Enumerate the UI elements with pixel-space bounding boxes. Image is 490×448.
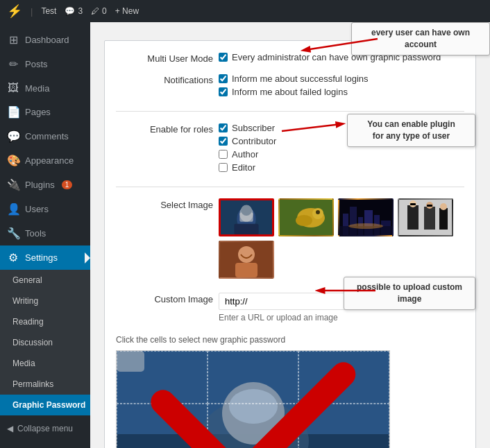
media-icon: 🖼 — [7, 82, 19, 94]
pages-icon: 📄 — [7, 105, 19, 119]
role-contributor-label: Contributor — [232, 136, 276, 146]
svg-point-31 — [440, 203, 447, 210]
woman-svg — [220, 242, 273, 277]
notifications-row: Notifications Inform me about successful… — [116, 74, 464, 100]
users-icon: 👤 — [7, 203, 19, 216]
sidebar-item-comments[interactable]: 💬 Comments — [0, 124, 90, 148]
notifications-label: Notifications — [116, 74, 213, 85]
enable-roles-label: Enable for roles — [116, 123, 213, 135]
sidebar-item-discussion[interactable]: Discussion — [0, 332, 90, 353]
preview-image[interactable] — [116, 350, 390, 448]
notifications-fields: Inform me about successful logins Inform… — [219, 74, 464, 100]
select-image-row: Select Image — [116, 198, 464, 284]
notify-failed-checkbox[interactable] — [219, 87, 228, 96]
role-contributor-checkbox[interactable] — [219, 137, 228, 146]
notify-failed-label: Inform me about failed logins — [232, 87, 348, 97]
section-divider-1 — [116, 111, 464, 112]
settings-icon: ⚙ — [7, 251, 19, 264]
sidebar-item-pages[interactable]: 📄 Pages — [0, 100, 90, 124]
svg-rect-28 — [424, 207, 435, 230]
plugins-badge: 1 — [62, 180, 73, 189]
sidebar-item-tools[interactable]: 🔧 Tools — [0, 221, 90, 245]
sidebar-item-users[interactable]: 👤 Users — [0, 197, 90, 221]
plugins-icon: 🔌 — [7, 178, 19, 191]
role-author-row: Author — [219, 149, 464, 160]
dashboard-icon: ⊞ — [7, 33, 19, 46]
sidebar-item-posts[interactable]: ✏ Posts — [0, 52, 90, 76]
posts-icon: ✏ — [7, 58, 19, 71]
sidebar-item-graphic-password[interactable]: Graphic Password — [0, 395, 90, 415]
content-area: every user can have own account Multi Us… — [90, 22, 490, 448]
svg-rect-10 — [234, 224, 258, 235]
svg-point-9 — [241, 205, 252, 216]
sidebar: ⊞ Dashboard ✏ Posts 🖼 Media 📄 Pages 💬 Co… — [0, 22, 90, 448]
custom-image-label: Custom Image — [116, 293, 213, 304]
new-item[interactable]: + New — [115, 6, 139, 16]
draft-icon: 🖊 — [91, 6, 99, 16]
image-thumb-men-in-black[interactable] — [398, 198, 453, 236]
image-thumb-city[interactable] — [338, 198, 394, 236]
sidebar-item-writing[interactable]: Writing — [0, 291, 90, 311]
notify-success-checkbox[interactable] — [219, 74, 228, 83]
callout-bottom-text: possible to upload customimage — [357, 282, 462, 304]
url-hint-text: Enter a URL or upload an image — [219, 313, 464, 322]
callout-bottom-right: possible to upload customimage — [344, 277, 475, 310]
multi-user-checkbox[interactable] — [219, 53, 228, 62]
collapse-menu[interactable]: ◀ Collapse menu — [0, 415, 90, 442]
main-layout: ⊞ Dashboard ✏ Posts 🖼 Media 📄 Pages 💬 Co… — [0, 22, 490, 448]
cheetah-svg — [280, 200, 332, 235]
notify-success-row: Inform me about successful logins — [219, 74, 464, 84]
role-editor-checkbox[interactable] — [219, 163, 228, 172]
svg-point-14 — [296, 215, 312, 226]
drafts-item[interactable]: 🖊 0 — [91, 6, 107, 16]
image-thumb-woman[interactable] — [219, 241, 274, 279]
svg-rect-32 — [410, 203, 416, 205]
sidebar-item-plugins[interactable]: 🔌 Plugins 1 — [0, 173, 90, 197]
notify-success-label: Inform me about successful logins — [232, 74, 369, 84]
svg-rect-30 — [439, 208, 448, 230]
sidebar-item-reading[interactable]: Reading — [0, 311, 90, 332]
appearance-icon: 🎨 — [7, 154, 19, 167]
role-subscriber-checkbox[interactable] — [219, 123, 228, 132]
password-checkmark — [144, 367, 362, 448]
image-selector-fields — [219, 198, 464, 284]
site-name[interactable]: Test — [41, 6, 56, 16]
svg-point-15 — [316, 210, 320, 214]
image-selector — [219, 198, 464, 279]
role-author-checkbox[interactable] — [219, 150, 228, 159]
svg-point-35 — [238, 246, 255, 263]
svg-rect-36 — [235, 263, 257, 277]
notify-failed-row: Inform me about failed logins — [219, 87, 464, 97]
tools-icon: 🔧 — [7, 227, 19, 240]
sidebar-item-media[interactable]: 🖼 Media — [0, 76, 90, 100]
collapse-icon: ◀ — [7, 424, 13, 433]
wp-icon: ⚡ — [7, 3, 22, 19]
admin-bar: ⚡ | Test 💬 3 🖊 0 + New — [0, 0, 490, 22]
comments-count[interactable]: 💬 3 — [65, 6, 83, 16]
settings-submenu: General Writing Reading Discussion Media… — [0, 270, 90, 415]
sidebar-item-permalinks[interactable]: Permalinks — [0, 374, 90, 395]
sidebar-item-appearance[interactable]: 🎨 Appearance — [0, 148, 90, 173]
role-subscriber-label: Subscriber — [232, 123, 275, 133]
pilot-svg — [221, 200, 272, 235]
sidebar-item-media-sub[interactable]: Media — [0, 353, 90, 374]
multi-user-mode-label: Multi User Mode — [116, 52, 213, 64]
svg-point-24 — [348, 223, 383, 229]
role-author-label: Author — [232, 149, 258, 160]
callout-middle-text: You can enable pluginfor any type of use… — [367, 119, 455, 141]
wp-logo-item[interactable]: ⚡ — [7, 3, 22, 19]
settings-form: Multi User Mode Every administrator can … — [104, 40, 476, 448]
role-editor-row: Editor — [219, 162, 464, 173]
image-thumb-pilot[interactable] — [219, 198, 274, 236]
image-thumb-cheetah[interactable] — [278, 198, 334, 236]
sidebar-item-settings[interactable]: ⚙ Settings — [0, 245, 90, 270]
select-image-label: Select Image — [116, 198, 213, 210]
sidebar-item-general[interactable]: General — [0, 270, 90, 291]
city-svg — [339, 200, 392, 235]
section-divider-2 — [116, 187, 464, 187]
sidebar-item-dashboard[interactable]: ⊞ Dashboard — [0, 28, 90, 52]
men-svg — [399, 200, 452, 235]
svg-rect-26 — [407, 205, 419, 230]
callout-top-right: every user can have own account — [351, 22, 490, 55]
svg-rect-33 — [427, 205, 432, 207]
